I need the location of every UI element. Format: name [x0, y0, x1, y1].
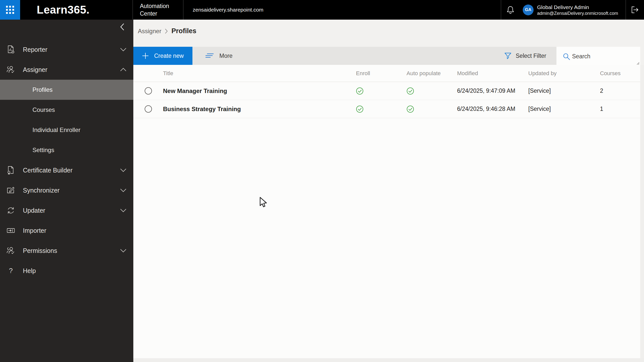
breadcrumb-current: Profiles: [171, 27, 196, 35]
select-filter-label: Select Filter: [516, 53, 546, 59]
chevron-left-icon: [120, 23, 124, 31]
updated-by-value: [Service]: [528, 87, 600, 94]
sign-out-icon: [630, 5, 639, 14]
sidebar-item-help[interactable]: ? Help: [0, 261, 133, 281]
people-check-icon: [6, 246, 16, 255]
sidebar-item-permissions[interactable]: Permissions: [0, 241, 133, 261]
updated-by-value: [Service]: [528, 106, 600, 112]
row-select-radio[interactable]: [145, 105, 152, 113]
create-new-label: Create new: [154, 53, 184, 59]
user-email: admin@ZensaiDelivery.onmicrosoft.com: [537, 11, 618, 16]
sidebar-item-importer[interactable]: Importer: [0, 220, 133, 241]
table-row[interactable]: New Manager Training 6/24/2025, 9:47:09 …: [133, 82, 640, 100]
sidebar-item-synchronizer[interactable]: Synchronizer: [0, 180, 133, 200]
courses-count: 2: [600, 87, 640, 94]
sidebar-item-profiles[interactable]: Profiles: [0, 80, 133, 100]
header-courses[interactable]: Courses: [600, 70, 640, 77]
report-icon: [6, 45, 16, 54]
chevron-down-icon: [120, 249, 127, 253]
certificate-icon: [6, 166, 16, 175]
sidebar-subitem-label: Profiles: [32, 86, 53, 93]
modified-value: 6/24/2025, 9:46:28 AM: [457, 106, 528, 112]
module-title: Automation Center: [133, 0, 183, 20]
import-icon: [6, 226, 16, 235]
more-lines-icon: [205, 53, 214, 59]
more-label: More: [219, 53, 232, 59]
auto-populate-check-icon: [407, 105, 457, 113]
waffle-icon: [6, 6, 14, 14]
sidebar-item-label: Importer: [23, 227, 46, 234]
sidebar-item-individual-enroller[interactable]: Individual Enroller: [0, 120, 133, 140]
chevron-right-icon: [165, 28, 168, 34]
main-content: Assigner Profiles Create new More Select…: [133, 20, 644, 362]
vertical-scrollbar-track[interactable]: [640, 65, 644, 362]
sign-out-button[interactable]: [626, 0, 644, 20]
sidebar-item-label: Synchronizer: [23, 187, 60, 194]
question-mark-icon: ?: [6, 267, 16, 275]
sidebar-item-certificate-builder[interactable]: Certificate Builder: [0, 160, 133, 180]
search-box: [556, 47, 640, 66]
header-auto-populate[interactable]: Auto populate: [407, 70, 457, 77]
command-bar: Create new More Select Filter: [133, 47, 556, 65]
sidebar: Reporter Assigner: [0, 20, 133, 362]
sidebar-subitem-label: Individual Enroller: [32, 126, 80, 133]
sidebar-item-updater[interactable]: Updater: [0, 200, 133, 220]
header-modified[interactable]: Modified: [457, 70, 528, 77]
enroll-check-icon: [356, 87, 407, 95]
module-title-line1: Automation: [140, 2, 183, 10]
learn365-admin-screen: Learn365. Automation Center zensaidelive…: [0, 0, 644, 362]
select-filter-button[interactable]: Select Filter: [504, 47, 546, 65]
profile-title[interactable]: New Manager Training: [163, 87, 356, 95]
header-enroll[interactable]: Enroll: [356, 70, 407, 77]
top-bar: Learn365. Automation Center zensaidelive…: [0, 0, 644, 20]
horizontal-scrollbar-track[interactable]: [133, 358, 644, 362]
profile-title[interactable]: Business Strategy Training: [163, 106, 356, 113]
sidebar-item-assigner[interactable]: Assigner: [0, 60, 133, 80]
search-input[interactable]: [556, 47, 640, 66]
topbar-right-group: GA Global Delivery Admin admin@ZensaiDel…: [501, 0, 644, 20]
site-url: zensaidelivery.sharepoint.com: [183, 0, 501, 20]
sidebar-subitem-label: Courses: [32, 106, 55, 113]
create-new-button[interactable]: Create new: [133, 47, 192, 65]
notifications-button[interactable]: [501, 0, 520, 20]
avatar[interactable]: GA: [523, 5, 534, 15]
breadcrumb: Assigner Profiles: [138, 27, 196, 35]
bell-icon: [506, 6, 514, 14]
sidebar-item-label: Reporter: [23, 46, 47, 53]
auto-populate-check-icon: [407, 87, 457, 95]
sidebar-item-label: Updater: [23, 207, 45, 214]
chevron-down-icon: [120, 209, 127, 212]
enroll-check-icon: [356, 105, 407, 113]
sidebar-item-reporter[interactable]: Reporter: [0, 39, 133, 60]
sidebar-subitem-label: Settings: [32, 147, 54, 154]
app-logo: Learn365.: [20, 0, 133, 20]
edit-box-icon: [6, 186, 16, 195]
sidebar-item-label: Permissions: [23, 247, 57, 254]
plus-icon: [142, 53, 149, 59]
sidebar-item-settings[interactable]: Settings: [0, 140, 133, 160]
table-row[interactable]: Business Strategy Training 6/24/2025, 9:…: [133, 100, 640, 118]
chevron-up-icon: [120, 68, 127, 72]
header-updated-by[interactable]: Updated by: [528, 70, 600, 77]
sidebar-item-label: Assigner: [23, 66, 47, 73]
sync-icon: [6, 206, 16, 215]
sidebar-nav: Reporter Assigner: [0, 39, 133, 281]
courses-count: 1: [600, 106, 640, 112]
sidebar-item-courses[interactable]: Courses: [0, 100, 133, 120]
more-button[interactable]: More: [205, 47, 232, 65]
filter-funnel-icon: [504, 53, 511, 59]
app-launcher-button[interactable]: [0, 0, 20, 20]
profiles-table: Title Enroll Auto populate Modified Upda…: [133, 65, 640, 358]
people-check-icon: [6, 65, 16, 74]
user-name: Global Delivery Admin: [537, 4, 618, 11]
row-select-radio[interactable]: [145, 87, 152, 95]
sidebar-collapse-button[interactable]: [120, 23, 124, 31]
header-title[interactable]: Title: [163, 70, 356, 77]
module-title-line2: Center: [140, 10, 183, 17]
table-header-row: Title Enroll Auto populate Modified Upda…: [133, 65, 640, 82]
sidebar-item-label: Help: [23, 267, 36, 275]
modified-value: 6/24/2025, 9:47:09 AM: [457, 87, 528, 94]
chevron-down-icon: [120, 189, 127, 192]
breadcrumb-parent[interactable]: Assigner: [138, 28, 161, 35]
user-info: Global Delivery Admin admin@ZensaiDelive…: [537, 0, 618, 20]
